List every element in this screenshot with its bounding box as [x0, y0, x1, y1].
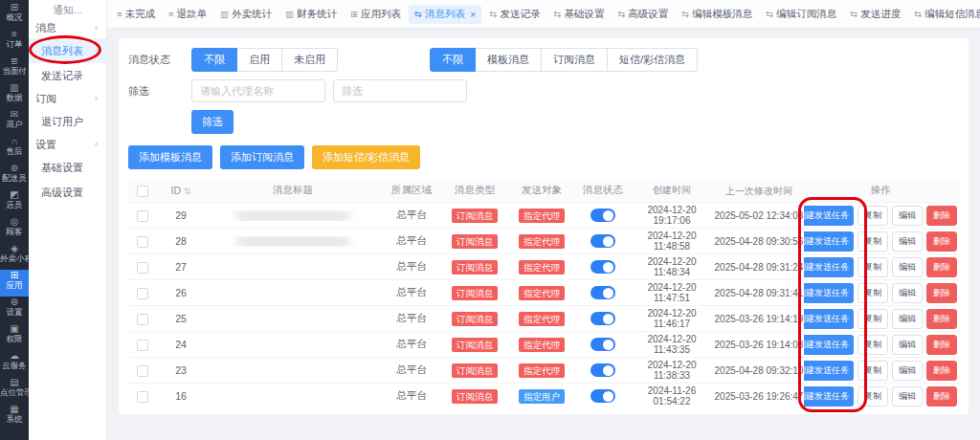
- add-template-message-button[interactable]: 添加模板消息: [128, 145, 212, 169]
- rail-item-face-pay[interactable]: ≣当面付: [0, 55, 29, 82]
- add-subscribe-message-button[interactable]: 添加订阅消息: [220, 145, 304, 169]
- tab-message-list[interactable]: ⇆消息列表×: [409, 5, 481, 24]
- row-checkbox[interactable]: [137, 236, 148, 248]
- tab-unfinished[interactable]: ≡未完成: [111, 5, 161, 24]
- type-option-template[interactable]: 模板消息: [475, 48, 542, 72]
- tab-refund-orders[interactable]: ≡退款单: [163, 5, 212, 24]
- status-toggle[interactable]: [590, 389, 615, 403]
- status-toggle[interactable]: [590, 338, 615, 351]
- copy-button[interactable]: 复制: [858, 309, 888, 329]
- row-checkbox[interactable]: [137, 210, 148, 222]
- edit-button[interactable]: 编辑: [892, 335, 923, 355]
- type-option-subscribe[interactable]: 订阅消息: [541, 48, 608, 72]
- tab-send-record[interactable]: ⇆发送记录: [483, 5, 546, 24]
- create-send-task-button[interactable]: 创建发送任务: [804, 309, 854, 329]
- tab-send-progress[interactable]: ⇆发送进度: [844, 5, 906, 24]
- add-sms-message-button[interactable]: 添加短信/彩信消息: [312, 145, 420, 169]
- row-checkbox[interactable]: [137, 262, 148, 274]
- rail-item-courier[interactable]: ⊚配送员: [0, 163, 29, 189]
- sidebar-item-basic-settings[interactable]: 基础设置: [29, 155, 106, 180]
- delete-button[interactable]: 删除: [926, 206, 957, 226]
- sidebar-item-unsubscribe-user[interactable]: 退订用户: [29, 109, 106, 134]
- sidebar-group-message[interactable]: 消息∧: [29, 17, 106, 38]
- copy-button[interactable]: 复制: [858, 335, 888, 355]
- edit-button[interactable]: 编辑: [892, 206, 923, 226]
- copy-button[interactable]: 复制: [858, 231, 888, 252]
- edit-button[interactable]: 编辑: [892, 386, 923, 407]
- rail-item-data[interactable]: ▥数据: [0, 82, 29, 109]
- sidebar-item-message-list[interactable]: 消息列表: [29, 38, 106, 63]
- create-send-task-button[interactable]: 创建发送任务: [804, 386, 854, 407]
- row-checkbox[interactable]: [137, 365, 148, 377]
- tab-basic-settings[interactable]: ⇆基础设置: [547, 5, 610, 24]
- delete-button[interactable]: 删除: [926, 231, 957, 252]
- rail-item-system[interactable]: ▦系统: [0, 404, 29, 430]
- create-send-task-button[interactable]: 创建发送任务: [804, 231, 854, 252]
- rail-item-merchant[interactable]: ✉商户: [0, 109, 29, 136]
- rail-item-apps[interactable]: ⊞应用: [0, 270, 29, 297]
- rail-item-settings[interactable]: ⊛设置: [0, 297, 29, 323]
- rail-item-permission[interactable]: ▣权限: [0, 323, 29, 350]
- edit-button[interactable]: 编辑: [892, 309, 923, 329]
- tab-app-list[interactable]: ⊞应用列表: [345, 5, 407, 24]
- status-option-disabled[interactable]: 未启用: [281, 48, 338, 72]
- edit-button[interactable]: 编辑: [892, 231, 923, 252]
- sidebar-item-notice[interactable]: 通知...: [29, 0, 106, 17]
- rail-item-location[interactable]: ▤点位管理: [0, 377, 29, 404]
- rail-item-staff[interactable]: ◩店员: [0, 189, 29, 216]
- tab-advanced-settings[interactable]: ⇆高级设置: [612, 5, 674, 24]
- row-checkbox[interactable]: [137, 314, 148, 325]
- create-send-task-button[interactable]: 创建发送任务: [804, 257, 854, 277]
- tab-edit-sms-message[interactable]: ⇆编辑短信消息: [908, 5, 980, 24]
- rail-item-mini-program[interactable]: ◈外卖小程序: [0, 243, 29, 270]
- tab-takeout-stats[interactable]: ▥外卖统计: [214, 5, 278, 24]
- status-option-enabled[interactable]: 启用: [236, 48, 282, 72]
- sidebar-group-subscribe[interactable]: 订阅∧: [29, 88, 106, 109]
- filter-submit-button[interactable]: 筛选: [191, 110, 234, 134]
- type-option-sms[interactable]: 短信/彩信消息: [607, 48, 698, 72]
- create-send-task-button[interactable]: 创建发送任务: [804, 283, 854, 303]
- copy-button[interactable]: 复制: [858, 257, 888, 277]
- row-checkbox[interactable]: [137, 288, 148, 299]
- delete-button[interactable]: 删除: [926, 335, 957, 355]
- tab-finance-stats[interactable]: ▥财务统计: [279, 5, 343, 24]
- select-all-checkbox[interactable]: [137, 186, 148, 197]
- rail-item-cloud[interactable]: ☁云服务: [0, 350, 29, 377]
- create-send-task-button[interactable]: 创建发送任务: [804, 361, 854, 381]
- tab-edit-subscribe-message[interactable]: ⇆编辑订阅消息: [760, 5, 842, 24]
- sort-icon[interactable]: ⇅: [184, 187, 191, 196]
- sidebar-item-send-record[interactable]: 发送记录: [29, 63, 106, 88]
- status-toggle[interactable]: [590, 363, 615, 377]
- status-toggle[interactable]: [590, 286, 615, 299]
- edit-button[interactable]: 编辑: [892, 283, 923, 303]
- delete-button[interactable]: 删除: [926, 361, 957, 381]
- delete-button[interactable]: 删除: [926, 309, 957, 329]
- rail-item-overview[interactable]: ⊞概况: [0, 2, 29, 29]
- status-option-any[interactable]: 不限: [191, 48, 237, 72]
- tab-edit-template-message[interactable]: ⇆编辑模板消息: [676, 5, 758, 24]
- agent-name-input[interactable]: [191, 79, 325, 102]
- status-toggle[interactable]: [590, 234, 615, 248]
- copy-button[interactable]: 复制: [858, 386, 888, 407]
- edit-button[interactable]: 编辑: [892, 361, 923, 381]
- edit-button[interactable]: 编辑: [892, 257, 923, 277]
- create-send-task-button[interactable]: 创建发送任务: [804, 206, 854, 226]
- row-checkbox[interactable]: [137, 391, 148, 403]
- rail-item-customer[interactable]: ◎顾客: [0, 216, 29, 243]
- delete-button[interactable]: 删除: [926, 257, 957, 277]
- copy-button[interactable]: 复制: [858, 283, 888, 303]
- status-toggle[interactable]: [590, 312, 615, 325]
- keyword-input[interactable]: [333, 79, 467, 102]
- row-checkbox[interactable]: [137, 340, 148, 351]
- delete-button[interactable]: 删除: [926, 386, 957, 407]
- copy-button[interactable]: 复制: [858, 206, 888, 226]
- rail-item-orders[interactable]: ≡订单: [0, 29, 29, 55]
- type-option-any[interactable]: 不限: [430, 48, 476, 72]
- sidebar-item-advanced-settings[interactable]: 高级设置: [29, 180, 106, 205]
- status-toggle[interactable]: [590, 209, 615, 222]
- create-send-task-button[interactable]: 创建发送任务: [804, 335, 854, 355]
- close-icon[interactable]: ×: [470, 9, 476, 20]
- status-toggle[interactable]: [590, 260, 615, 274]
- rail-item-aftersale[interactable]: ∩售后: [0, 136, 29, 163]
- copy-button[interactable]: 复制: [858, 361, 888, 381]
